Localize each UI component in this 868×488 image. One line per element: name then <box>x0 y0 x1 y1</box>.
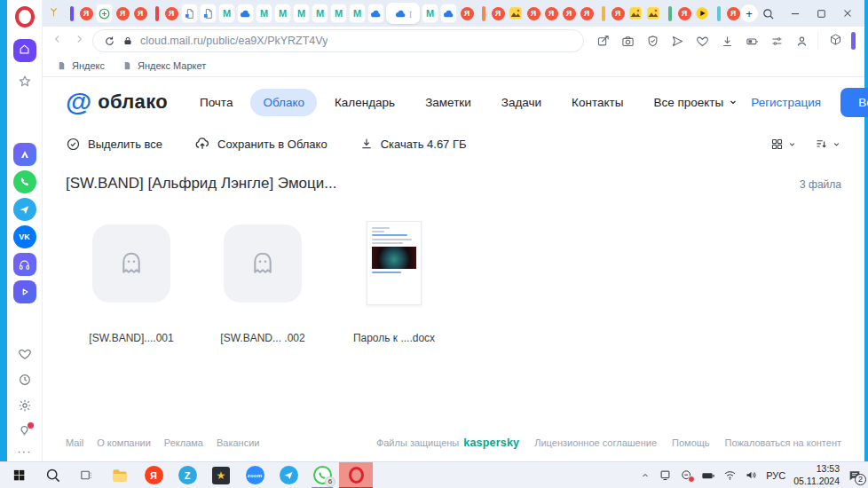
tune-icon[interactable] <box>770 35 784 48</box>
kaspersky-logo[interactable]: kaspersky <box>463 437 519 449</box>
footer-link-ads[interactable]: Реклама <box>164 437 203 448</box>
whatsapp-button[interactable]: 6 <box>305 462 339 488</box>
tab-mail[interactable]: M <box>330 4 347 23</box>
whatsapp-icon[interactable] <box>13 170 36 193</box>
bookmark-yandex-market[interactable]: Яндекс Маркет <box>122 60 206 71</box>
download-button[interactable]: Скачать 4.67 ГБ <box>359 137 467 151</box>
tab-img[interactable] <box>645 4 661 23</box>
shield-check-icon[interactable] <box>646 35 659 48</box>
bookmark-yandex[interactable]: Яндекс <box>57 60 105 71</box>
view-mode-selector[interactable] <box>770 138 797 151</box>
tray-wifi-icon[interactable] <box>723 468 737 482</box>
language-indicator[interactable]: РУС <box>766 470 785 481</box>
battery-saver-icon[interactable] <box>746 35 759 48</box>
tab-doc[interactable] <box>181 4 198 23</box>
file-explorer-button[interactable] <box>103 462 137 488</box>
action-center-button[interactable]: 2 <box>848 468 862 483</box>
select-all-button[interactable]: Выделить все <box>66 137 162 152</box>
favorites-heart-icon[interactable] <box>18 347 32 365</box>
tab-cloud[interactable] <box>367 4 384 23</box>
close-button[interactable] <box>841 7 854 20</box>
minimize-button[interactable] <box>789 7 801 20</box>
save-to-cloud-button[interactable]: Сохранить в Облако <box>194 136 327 152</box>
nav-oblako[interactable]: Облако <box>250 89 317 116</box>
register-link[interactable]: Регистрация <box>751 96 821 109</box>
tab-ya[interactable]: Я <box>78 4 94 23</box>
footer-link-about[interactable]: О компании <box>97 437 151 448</box>
tab-cloud[interactable] <box>440 4 457 23</box>
back-icon[interactable] <box>51 33 64 49</box>
tab-ya[interactable]: Я <box>459 4 475 23</box>
nav-zametki[interactable]: Заметки <box>413 89 484 116</box>
tab-ya[interactable]: Я <box>490 4 506 23</box>
zona-button[interactable]: Z <box>170 462 204 488</box>
workspace-icon[interactable] <box>48 5 59 21</box>
taskbar-clock[interactable]: 13:53 05.11.2024 <box>793 463 840 487</box>
opera-taskbar-button[interactable] <box>339 462 373 488</box>
send-to-device-icon[interactable] <box>671 35 684 48</box>
media-player-button[interactable]: ★ <box>204 462 238 488</box>
tab-ya[interactable]: Я <box>114 4 130 23</box>
bookmarks-star-icon[interactable] <box>17 74 33 93</box>
tab-img[interactable] <box>508 4 524 23</box>
settings-gear-icon[interactable] <box>18 398 32 416</box>
tab-cloud[interactable] <box>237 4 254 23</box>
url-field[interactable]: cloud.mail.ru/public/ea9X/PkYRZT4Vy <box>92 29 584 52</box>
telegram-icon[interactable] <box>13 198 36 221</box>
tab-ya[interactable]: Я <box>525 4 541 23</box>
archive-tile[interactable] <box>224 224 302 303</box>
nav-pochta[interactable]: Почта <box>187 89 246 116</box>
flow-icon[interactable] <box>13 280 36 303</box>
reload-icon[interactable] <box>104 35 115 47</box>
footer-link-jobs[interactable]: Вакансии <box>217 437 260 448</box>
footer-link-report[interactable]: Пожаловаться на контент <box>725 437 841 448</box>
tab-cloud-active[interactable]: [ <box>386 3 420 24</box>
tab-ya[interactable]: Я <box>579 4 595 23</box>
footer-link-mail[interactable]: Mail <box>66 437 83 448</box>
cloud-logo[interactable]: @ облако <box>66 89 168 115</box>
archive-tile[interactable] <box>92 224 170 303</box>
tab-plus[interactable] <box>96 4 113 23</box>
tab-mail[interactable]: M <box>349 4 366 23</box>
tab-doc[interactable] <box>200 4 217 23</box>
vk-icon[interactable]: VK <box>13 225 36 248</box>
forward-icon[interactable] <box>73 33 85 49</box>
tab-mail[interactable]: M <box>293 4 310 23</box>
new-tab-button[interactable]: + <box>740 4 758 22</box>
tray-battery-icon[interactable] <box>701 468 715 483</box>
tab-ya[interactable]: Я <box>543 4 559 23</box>
tab-mail[interactable]: M <box>218 4 235 23</box>
footer-link-help[interactable]: Помощь <box>672 437 710 448</box>
downloads-icon[interactable] <box>721 35 734 48</box>
speed-dial-button[interactable] <box>13 39 36 62</box>
opera-menu-button[interactable] <box>15 6 35 28</box>
player-icon[interactable] <box>13 253 36 276</box>
nav-kontakty[interactable]: Контакты <box>559 89 635 116</box>
nav-vse-proekty[interactable]: Все проекты <box>641 89 751 116</box>
tab-ya[interactable]: Я <box>676 4 692 23</box>
file-item[interactable]: [SW.BAND... .002 <box>197 219 328 344</box>
maximize-button[interactable] <box>816 8 827 20</box>
footer-link-license[interactable]: Лицензионное соглашение <box>534 437 657 448</box>
tab-mail[interactable]: M <box>422 4 438 23</box>
aria-ai-icon[interactable] <box>13 143 36 166</box>
start-button[interactable] <box>2 462 36 488</box>
compose-icon[interactable] <box>596 35 610 48</box>
tray-volume-icon[interactable] <box>745 468 758 482</box>
tray-device-icon[interactable] <box>659 468 672 482</box>
tab-mail[interactable]: M <box>274 4 291 23</box>
nav-zadachi[interactable]: Задачи <box>489 89 554 116</box>
nav-kalendar[interactable]: Календарь <box>322 89 407 116</box>
taskbar-search-button[interactable] <box>36 462 69 488</box>
zoom-button[interactable]: zoom <box>238 462 272 488</box>
task-view-button[interactable] <box>69 462 103 488</box>
tab-ya[interactable]: Я <box>561 4 577 23</box>
tray-chevron-up-icon[interactable] <box>640 470 651 481</box>
telegram-button[interactable] <box>272 462 305 488</box>
lock-icon[interactable] <box>122 35 133 46</box>
tab-mail[interactable]: M <box>256 4 272 23</box>
tray-sync-error-icon[interactable] <box>680 468 693 482</box>
file-item[interactable]: [SW.BAND]....001 <box>66 219 197 344</box>
tab-img[interactable] <box>627 4 643 23</box>
profile-icon[interactable] <box>795 35 809 48</box>
